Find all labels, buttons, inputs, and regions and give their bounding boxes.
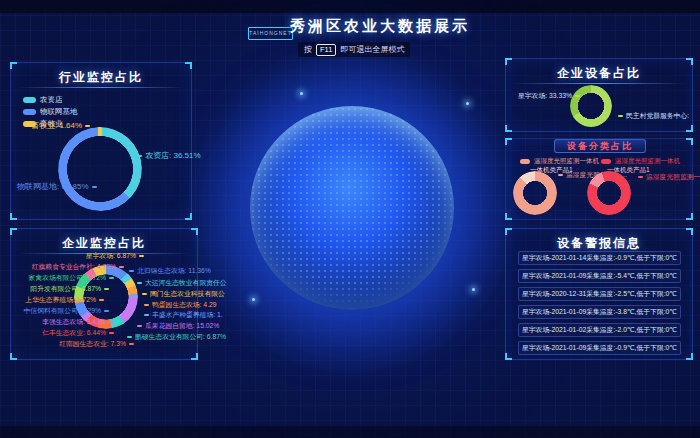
particle-dot xyxy=(300,92,303,95)
alarm-row: 星宇农场-2021-01-09采集温度:-3.8℃,低于下限:0℃ xyxy=(518,305,681,319)
chart-label-text: 温湿度光照监测一… xyxy=(646,172,700,182)
alarm-text: 星宇农场-2021-01-09采集温度:-0.9℃,低于下限:0℃ xyxy=(522,344,677,351)
legend-swatch xyxy=(601,159,611,164)
chart-label: 红南园生态农业: 7.3% xyxy=(59,339,134,349)
label-dot xyxy=(137,282,142,284)
alarm-text: 星宇农场-2021-01-09采集温度:-3.8℃,低于下限:0℃ xyxy=(522,308,677,315)
particle-dot xyxy=(466,102,469,105)
panel-title: 设备警报信息 xyxy=(506,235,692,252)
corner-accent xyxy=(686,213,693,220)
bottom-strip xyxy=(0,426,700,438)
panel-title: 企业监控占比 xyxy=(11,235,197,252)
chart-label: 北归锦生态农场: 11.36% xyxy=(129,266,211,276)
corner-accent xyxy=(191,353,198,360)
label-dot xyxy=(104,288,109,290)
label-dot xyxy=(99,299,104,301)
hint-prefix: 按 xyxy=(304,44,312,55)
chart-label-text: 鸭蛋园生态农场: 4.29 xyxy=(152,300,217,310)
industry-panel: 行业监控占比 农资店 物联网基地 畜牧业 畜牧业: 1.64% 农资店: 36.… xyxy=(10,62,192,220)
label-dot xyxy=(109,277,114,279)
alarm-row: 星宇农场-2020-12-31采集温度:-2.5℃,低于下限:0℃ xyxy=(518,287,681,301)
chart-label: 物联网基地: 61.85% xyxy=(17,181,97,192)
title-underline xyxy=(17,87,185,88)
chart-label-text: 农资店: 36.51% xyxy=(145,150,201,161)
label-dot xyxy=(575,95,580,97)
corner-accent xyxy=(686,138,693,145)
chart-label-text: 星宇农场: 6.87% xyxy=(86,251,136,261)
legend-swatch xyxy=(23,109,36,115)
legend-item[interactable]: 物联网基地 xyxy=(23,107,78,117)
chart-label: 星宇农场: 33.33% xyxy=(518,91,580,101)
chart-label: 中信饲料有限公司: 7.29% xyxy=(24,306,109,316)
label-dot xyxy=(558,174,563,176)
alarm-row: 星宇农场-2021-01-14采集温度:-0.9℃,低于下限:0℃ xyxy=(518,251,681,265)
chart-label: 鸭蛋园生态农场: 4.29 xyxy=(144,300,217,310)
corner-accent xyxy=(505,228,512,235)
chart-label: 大运河生态牧业有限责任公 xyxy=(137,278,227,288)
corner-accent xyxy=(505,138,512,145)
chart-label-text: 北归锦生态农场: 11.36% xyxy=(137,266,211,276)
label-dot xyxy=(139,255,144,257)
alarm-panel: 设备警报信息 星宇农场-2021-01-14采集温度:-0.9℃,低于下限:0℃… xyxy=(505,228,693,360)
globe-dot-map xyxy=(250,106,454,310)
corner-accent xyxy=(10,353,17,360)
label-dot xyxy=(129,270,134,272)
label-dot xyxy=(144,304,149,306)
chart-label-text: 瓜果花园自留地: 15.02% xyxy=(145,321,219,331)
legend-swatch xyxy=(23,97,36,103)
chart-label-text: 陶门生态农业科技有限公 xyxy=(150,289,225,299)
chart-label: 上华生态养殖场: 1.72% xyxy=(25,295,104,305)
f11-key-badge: F11 xyxy=(316,44,336,56)
chart-label: 瓜果花园自留地: 15.02% xyxy=(137,321,219,331)
fullscreen-hint: 按 F11 即可退出全屏模式 xyxy=(298,42,410,57)
corner-accent xyxy=(505,125,512,132)
corner-accent xyxy=(686,58,693,65)
classification-panel: 设备分类占比 温湿度光照监测一体机 一体机类产品1 温湿度光照监测一… 温湿度光… xyxy=(505,138,693,220)
chart-label-text: 大运河生态牧业有限责任公 xyxy=(145,278,227,288)
chart-label: 民主村党群服务中心: xyxy=(618,111,689,121)
chart-label-text: 物联网基地: 61.85% xyxy=(17,181,89,192)
alarm-text: 星宇农场-2021-01-14采集温度:-0.9℃,低于下限:0℃ xyxy=(522,254,677,261)
chart-label-text: 红南园生态农业: 7.3% xyxy=(59,339,126,349)
chart-label: 温湿度光照监测一… xyxy=(638,172,700,182)
legend-label: 温湿度光照监测一体机 xyxy=(534,157,599,166)
corner-accent xyxy=(10,213,17,220)
alarm-text: 星宇农场-2021-01-02采集温度:-2.0℃,低于下限:0℃ xyxy=(522,326,677,333)
chart-label-text: 上华生态养殖场: 1.72% xyxy=(25,295,96,305)
corner-accent xyxy=(505,213,512,220)
hint-suffix: 即可退出全屏模式 xyxy=(340,44,404,55)
corner-accent xyxy=(686,228,693,235)
legend-item[interactable]: 温湿度光照监测一体机 xyxy=(520,157,599,166)
chart-label-text: 鹏硕生态农业有限公司: 6.87% xyxy=(135,332,226,342)
legend-swatch xyxy=(520,159,530,164)
corner-accent xyxy=(505,353,512,360)
corner-accent xyxy=(185,213,192,220)
alarm-text: 星宇农场-2020-12-31采集温度:-2.5℃,低于下限:0℃ xyxy=(522,290,677,297)
chart-label: 阳升发有限公司: 6.87% xyxy=(30,284,109,294)
legend-label: 温湿度光照监测一体机 xyxy=(615,157,680,166)
label-dot xyxy=(137,155,142,157)
legend-label: 物联网基地 xyxy=(40,107,78,117)
alarm-text: 星宇农场-2021-01-09采集温度:-5.4℃,低于下限:0℃ xyxy=(522,272,677,279)
legend-item[interactable]: 温湿度光照监测一体机 xyxy=(601,157,680,166)
legend-label: 农资店 xyxy=(40,95,63,105)
chart-label-text: 红旗粮食专业合作社: 4.72% xyxy=(32,262,116,272)
chart-label: 红旗粮食专业合作社: 4.72% xyxy=(32,262,124,272)
top-strip xyxy=(0,0,700,13)
particle-dot xyxy=(472,288,475,291)
section-title-badge: 设备分类占比 xyxy=(554,139,646,153)
dashboard: TAIHONGNET 秀洲区农业大数据展示 按 F11 即可退出全屏模式 行业监… xyxy=(0,0,700,438)
label-dot xyxy=(638,176,643,178)
chart-label: 仁丰生态农业: 6.44% xyxy=(42,328,114,338)
legend-item[interactable]: 农资店 xyxy=(23,95,63,105)
label-dot xyxy=(109,332,114,334)
enterprise-panel: 企业监控占比 星宇农场: 6.87% 红旗粮食专业合作社: 4.72% 家禽农场… xyxy=(10,228,198,360)
section-title: 设备分类占比 xyxy=(567,141,633,151)
device-panel: 企业设备占比 星宇农场: 33.33% 民主村党群服务中心: xyxy=(505,58,693,132)
alarm-row: 星宇农场-2021-01-02采集温度:-2.0℃,低于下限:0℃ xyxy=(518,323,681,337)
chart-label: 鹏硕生态农业有限公司: 6.87% xyxy=(127,332,226,342)
chart-label: 丰盛水产种蛋养殖场: 1. xyxy=(144,310,223,320)
chart-label-text: 民主村党群服务中心: xyxy=(626,111,689,121)
corner-accent xyxy=(185,62,192,69)
page-title: 秀洲区农业大数据展示 xyxy=(280,17,480,36)
